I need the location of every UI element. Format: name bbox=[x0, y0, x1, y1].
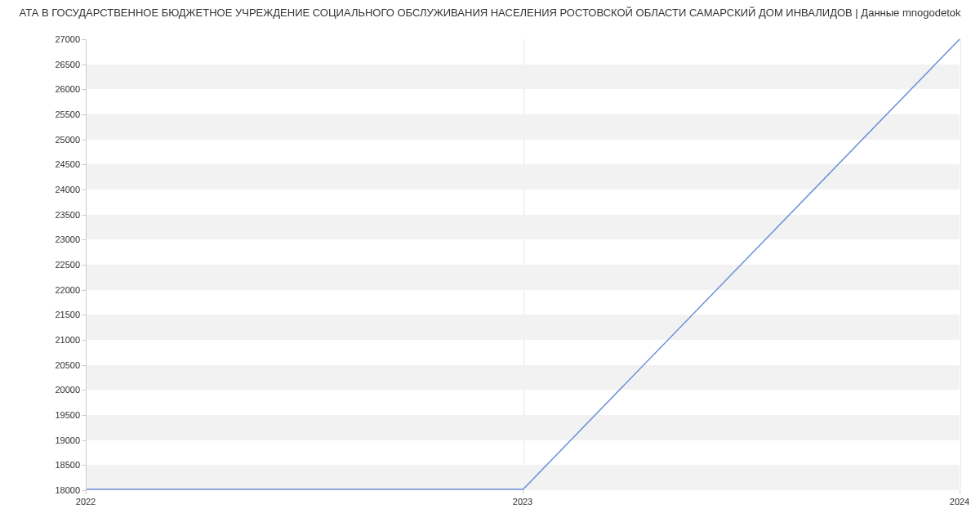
y-tick-label: 18500 bbox=[31, 460, 80, 470]
y-tick-mark bbox=[82, 65, 86, 65]
y-tick-mark bbox=[82, 465, 86, 466]
chart-line-layer bbox=[87, 39, 960, 489]
y-tick-mark bbox=[82, 340, 86, 341]
y-tick-label: 23500 bbox=[31, 210, 80, 220]
x-tick-label: 2023 bbox=[513, 497, 532, 506]
y-tick-mark bbox=[82, 265, 86, 266]
y-tick-label: 20000 bbox=[31, 385, 80, 395]
y-tick-label: 24000 bbox=[31, 185, 80, 194]
y-tick-label: 18000 bbox=[31, 485, 80, 495]
y-tick-mark bbox=[82, 440, 86, 441]
chart-container: АТА В ГОСУДАРСТВЕННОЕ БЮДЖЕТНОЕ УЧРЕЖДЕН… bbox=[0, 0, 980, 531]
y-tick-mark bbox=[82, 415, 86, 416]
y-tick-label: 22000 bbox=[31, 285, 80, 295]
y-tick-mark bbox=[82, 114, 86, 115]
x-tick-mark bbox=[960, 490, 960, 494]
y-tick-mark bbox=[82, 239, 86, 240]
x-tick-label: 2024 bbox=[950, 497, 969, 506]
y-tick-mark bbox=[82, 390, 86, 390]
y-tick-label: 19000 bbox=[31, 435, 80, 445]
x-grid-line bbox=[960, 39, 961, 489]
y-tick-label: 25000 bbox=[31, 135, 80, 145]
x-tick-mark bbox=[86, 490, 87, 494]
y-tick-mark bbox=[82, 290, 86, 291]
y-tick-label: 19500 bbox=[31, 410, 80, 420]
y-tick-mark bbox=[82, 140, 86, 141]
chart-title: АТА В ГОСУДАРСТВЕННОЕ БЮДЖЕТНОЕ УЧРЕЖДЕН… bbox=[0, 7, 980, 19]
y-tick-mark bbox=[82, 215, 86, 216]
y-tick-label: 25500 bbox=[31, 109, 80, 119]
y-tick-label: 23000 bbox=[31, 234, 80, 244]
y-tick-mark bbox=[82, 365, 86, 366]
y-tick-label: 22500 bbox=[31, 260, 80, 270]
plot-area bbox=[86, 39, 960, 490]
y-tick-label: 26000 bbox=[31, 84, 80, 94]
y-tick-label: 27000 bbox=[31, 34, 80, 44]
y-tick-label: 26500 bbox=[31, 60, 80, 69]
x-tick-mark bbox=[523, 490, 523, 494]
y-tick-mark bbox=[82, 89, 86, 90]
y-tick-mark bbox=[82, 164, 86, 165]
y-tick-label: 24500 bbox=[31, 159, 80, 169]
y-tick-mark bbox=[82, 315, 86, 315]
y-tick-mark bbox=[82, 39, 86, 40]
y-tick-label: 21500 bbox=[31, 310, 80, 319]
y-tick-label: 20500 bbox=[31, 360, 80, 370]
y-tick-mark bbox=[82, 190, 86, 190]
x-tick-label: 2022 bbox=[76, 497, 96, 506]
y-tick-label: 21000 bbox=[31, 335, 80, 345]
